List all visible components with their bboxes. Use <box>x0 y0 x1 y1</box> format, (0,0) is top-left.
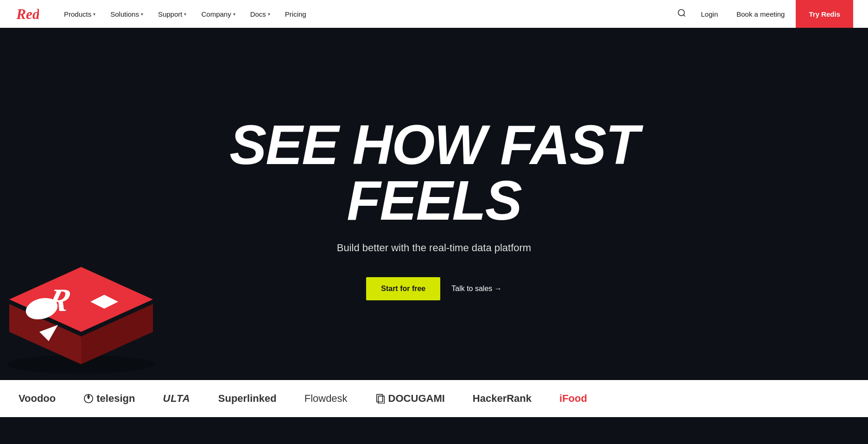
telesign-icon <box>83 393 94 404</box>
hero-title: SEE HOW FAST FEELS <box>179 117 689 228</box>
hero-section: R SEE HOW FAST FEELS Build better with t… <box>0 28 868 380</box>
nav-company[interactable]: Company ▾ <box>195 6 241 22</box>
partner-docugami: DOCUGAMI <box>375 393 445 405</box>
start-free-button[interactable]: Start for free <box>366 277 440 300</box>
svg-point-1 <box>678 9 684 15</box>
nav-docs[interactable]: Docs ▾ <box>244 6 277 22</box>
solutions-chevron-icon: ▾ <box>141 12 143 17</box>
talk-to-sales-button[interactable]: Talk to sales → <box>451 285 501 293</box>
navbar-logo[interactable]: Redis <box>15 4 39 24</box>
try-redis-button[interactable]: Try Redis <box>796 0 853 28</box>
docugami-icon <box>375 393 386 404</box>
navbar: Redis Products ▾ Solutions ▾ Support ▾ C… <box>0 0 868 28</box>
navbar-nav: Products ▾ Solutions ▾ Support ▾ Company… <box>57 6 673 22</box>
partner-telesign: telesign <box>83 393 135 405</box>
nav-support[interactable]: Support ▾ <box>152 6 193 22</box>
hero-subtitle: Build better with the real-time data pla… <box>179 242 689 254</box>
support-chevron-icon: ▾ <box>184 12 186 17</box>
redis-box-svg: R <box>0 230 171 378</box>
hero-content: SEE HOW FAST FEELS Build better with the… <box>179 117 689 300</box>
svg-rect-11 <box>376 394 382 402</box>
partner-hackerrank: HackerRank <box>473 393 532 405</box>
svg-text:Redis: Redis <box>16 6 39 22</box>
search-button[interactable] <box>673 5 690 24</box>
nav-pricing[interactable]: Pricing <box>279 6 313 22</box>
products-chevron-icon: ▾ <box>93 12 95 17</box>
partner-voodoo: Voodoo <box>19 393 56 405</box>
nav-products[interactable]: Products ▾ <box>57 6 102 22</box>
hero-ctas: Start for free Talk to sales → <box>179 277 689 300</box>
navbar-right: Login Book a meeting Try Redis <box>673 0 853 28</box>
login-button[interactable]: Login <box>694 6 726 22</box>
redis-box-decoration: R <box>0 230 171 380</box>
partner-ifood: iFood <box>559 393 587 405</box>
nav-solutions[interactable]: Solutions ▾ <box>104 6 150 22</box>
search-icon <box>677 8 686 18</box>
partners-bar: Voodoo telesign ULTA Superlinked Flowdes… <box>0 380 868 417</box>
docs-chevron-icon: ▾ <box>268 12 270 17</box>
partner-ulta: ULTA <box>163 393 190 405</box>
partner-flowdesk: Flowdesk <box>304 393 348 405</box>
partner-superlinked: Superlinked <box>218 393 277 405</box>
book-meeting-button[interactable]: Book a meeting <box>729 6 792 22</box>
svg-rect-12 <box>378 396 384 404</box>
company-chevron-icon: ▾ <box>233 12 235 17</box>
